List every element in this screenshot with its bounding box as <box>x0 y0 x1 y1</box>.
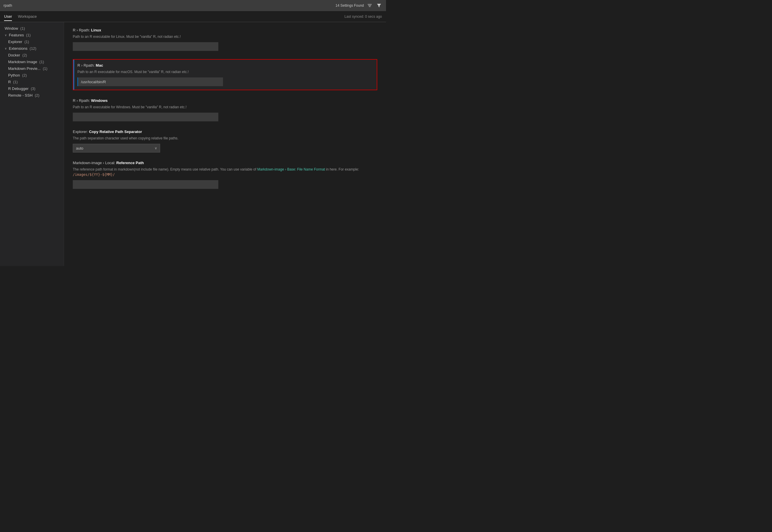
filter-lines-button[interactable] <box>366 3 373 8</box>
results-count: 14 Settings Found <box>336 3 364 8</box>
sidebar-item-remote-ssh[interactable]: Remote - SSH (2) <box>0 92 64 99</box>
sidebar-item-r[interactable]: R (1) <box>0 79 64 85</box>
chevron-icon: ∨ <box>5 33 7 37</box>
setting-r-rpath-linux: R › Rpath: Linux Path to an R executable… <box>73 28 377 51</box>
content-area: R › Rpath: Linux Path to an R executable… <box>64 22 386 266</box>
setting-input-windows[interactable] <box>73 113 218 121</box>
markdown-image-link[interactable]: Markdown-image › Base: File Name Format <box>257 167 325 171</box>
tab-workspace[interactable]: Workspace <box>18 12 37 21</box>
funnel-filter-button[interactable] <box>376 3 383 8</box>
setting-dropdown-auto[interactable]: auto / \ <box>73 144 160 152</box>
sidebar-item-extensions[interactable]: ∨ Extensions (12) <box>0 45 64 52</box>
setting-input-mac[interactable] <box>77 77 223 86</box>
sidebar-item-python[interactable]: Python (2) <box>0 72 64 79</box>
sidebar-item-window[interactable]: Window (1) <box>0 25 64 32</box>
setting-input-ref-path[interactable] <box>73 180 218 189</box>
sidebar-item-features[interactable]: ∨ Features (1) <box>0 32 64 38</box>
main-layout: Window (1) ∨ Features (1) Explorer (1) ∨… <box>0 22 386 266</box>
sidebar-item-explorer[interactable]: Explorer (1) <box>0 38 64 45</box>
sidebar-item-docker[interactable]: Docker (2) <box>0 52 64 58</box>
tabs-bar: User Workspace Last synced: 0 secs ago <box>0 11 386 22</box>
tabs-left: User Workspace <box>4 12 37 21</box>
search-bar: 14 Settings Found <box>0 0 386 11</box>
setting-desc-mac: Path to an R executable for macOS. Must … <box>77 69 373 75</box>
setting-input-linux[interactable] <box>73 42 218 51</box>
chevron-icon: ∨ <box>5 47 7 50</box>
sidebar-item-r-debugger[interactable]: R Debugger (3) <box>0 85 64 92</box>
setting-desc-copy-path: The path separation character used when … <box>73 136 377 141</box>
setting-markdown-image-ref-path: Markdown-image › Local: Reference Path T… <box>73 161 377 189</box>
tab-user[interactable]: User <box>4 12 12 21</box>
search-meta: 14 Settings Found <box>336 3 383 8</box>
setting-title-copy-path: Explorer: Copy Relative Path Separator <box>73 130 377 134</box>
sidebar-item-markdown-preview[interactable]: Markdown Previe... (1) <box>0 65 64 72</box>
setting-desc-linux: Path to an R executable for Linux. Must … <box>73 34 377 39</box>
setting-title-windows: R › Rpath: Windows <box>73 98 377 103</box>
svg-rect-0 <box>368 4 372 5</box>
setting-title-mac: R › Rpath: Mac <box>77 63 373 68</box>
setting-r-rpath-mac: R › Rpath: Mac Path to an R executable f… <box>73 59 377 90</box>
active-bar <box>73 60 74 90</box>
svg-rect-1 <box>368 5 371 6</box>
example-code: /images/${YY}-${MM}/ <box>73 173 115 177</box>
setting-desc-windows: Path to an R executable for Windows. Mus… <box>73 104 377 110</box>
setting-r-rpath-windows: R › Rpath: Windows Path to an R executab… <box>73 98 377 121</box>
setting-title-ref-path: Markdown-image › Local: Reference Path <box>73 161 377 165</box>
setting-explorer-copy-relative-path: Explorer: Copy Relative Path Separator T… <box>73 130 377 152</box>
dropdown-wrapper: auto / \ <box>73 144 160 152</box>
svg-rect-2 <box>369 6 371 7</box>
setting-desc-ref-path: The reference path format in markdown(no… <box>73 167 377 177</box>
search-input[interactable] <box>3 3 336 8</box>
sync-info: Last synced: 0 secs ago <box>344 15 382 19</box>
setting-title-linux: R › Rpath: Linux <box>73 28 377 32</box>
sidebar: Window (1) ∨ Features (1) Explorer (1) ∨… <box>0 22 64 266</box>
sidebar-item-markdown-image[interactable]: Markdown Image (1) <box>0 58 64 65</box>
